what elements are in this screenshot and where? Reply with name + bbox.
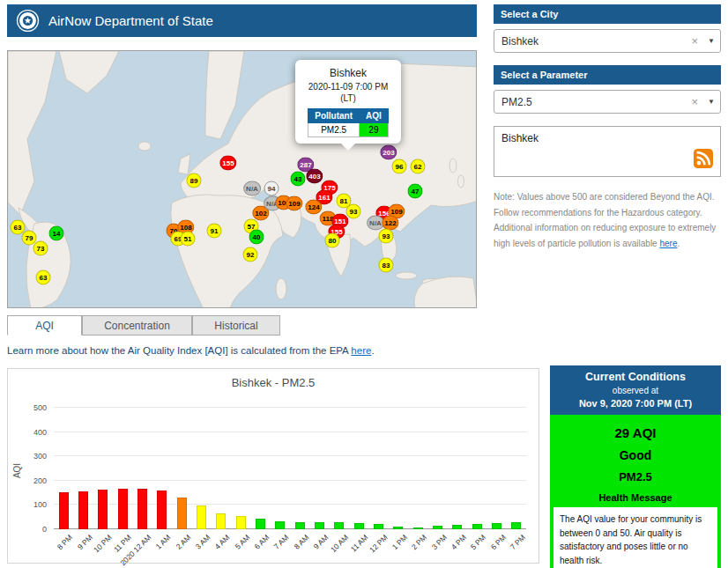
bar-slot: 5 PM xyxy=(467,408,487,529)
x-tick-label: 3 PM xyxy=(429,533,448,551)
chart-bar[interactable] xyxy=(492,523,501,529)
bar-slot: 9 AM xyxy=(309,408,329,529)
note-here-link[interactable]: here xyxy=(659,239,677,248)
chart-bar[interactable] xyxy=(275,521,285,529)
x-tick-label: 9 AM xyxy=(312,533,331,551)
bar-slot: 12 PM xyxy=(368,408,388,529)
chart-bar[interactable] xyxy=(472,524,482,529)
chart-bar[interactable] xyxy=(354,523,364,529)
bar-slot: 5 AM xyxy=(231,408,250,529)
bar-slot: 11 AM xyxy=(349,408,368,529)
aqi-map-marker[interactable]: 93 xyxy=(379,229,394,244)
bar-slot: 4 PM xyxy=(448,408,467,529)
current-aqi-parameter: PM2.5 xyxy=(553,470,717,483)
health-message-text: The AQI value for your community is betw… xyxy=(553,507,717,568)
popup-pollutant-header: Pollutant xyxy=(308,109,360,123)
bar-slot: 3 AM xyxy=(191,408,211,529)
aqi-map-marker[interactable]: 96 xyxy=(392,159,407,174)
chart-bar[interactable] xyxy=(78,491,88,529)
aqi-map-marker[interactable]: 92 xyxy=(243,247,258,262)
aqi-map-marker[interactable]: 93 xyxy=(346,204,361,219)
aqi-map-marker[interactable]: 43 xyxy=(291,172,306,187)
chart-bar[interactable] xyxy=(157,491,167,529)
tab-aqi[interactable]: AQI xyxy=(7,315,82,336)
chart-bar[interactable] xyxy=(374,524,383,529)
aqi-map-marker[interactable]: N/A xyxy=(243,181,261,196)
parameter-caret-icon[interactable]: ▼ xyxy=(704,98,715,106)
tab-historical[interactable]: Historical xyxy=(192,315,280,336)
sidebar: Select a City Bishkek × ▼ Select a Param… xyxy=(494,4,721,251)
map-popup: Bishkek 2020-11-09 7:00 PM (LT) Pollutan… xyxy=(295,60,401,144)
learn-more-end: . xyxy=(371,345,374,356)
chart-bar[interactable] xyxy=(452,525,462,529)
popup-city: Bishkek xyxy=(301,67,396,79)
feed-box: Bishkek xyxy=(494,126,721,177)
bar-slot: 1 AM xyxy=(152,408,172,529)
chart-bar[interactable] xyxy=(59,492,69,529)
aqi-map-marker[interactable]: 63 xyxy=(36,270,51,285)
bar-slot: 7 AM xyxy=(271,408,290,529)
health-message-header: Health Message xyxy=(550,492,721,507)
chart-bar[interactable] xyxy=(413,527,423,529)
chart-bar[interactable] xyxy=(256,519,265,529)
x-tick-label: 3 AM xyxy=(194,533,212,551)
bar-slot: 6 PM xyxy=(487,408,506,529)
parameter-clear-icon[interactable]: × xyxy=(685,95,704,108)
current-aqi-block: 29 AQI Good PM2.5 xyxy=(550,415,721,492)
note-text: Note: Values above 500 are considered Be… xyxy=(494,192,716,248)
page: AirNow Department of State xyxy=(0,0,728,568)
chart-bar[interactable] xyxy=(393,527,403,529)
city-select[interactable]: Bishkek × ▼ xyxy=(494,29,721,53)
tab-concentration[interactable]: Concentration xyxy=(82,315,192,336)
aqi-map-marker[interactable]: 83 xyxy=(379,258,394,273)
bar-slot: 8 PM xyxy=(54,408,73,529)
chart-bar[interactable] xyxy=(315,522,324,529)
x-tick-label: 6 AM xyxy=(253,533,271,551)
chart-bar[interactable] xyxy=(137,489,147,529)
aqi-map-marker[interactable]: 80 xyxy=(325,233,340,248)
bar-slot: 7 PM xyxy=(507,408,526,529)
x-tick-label: 1 AM xyxy=(154,533,173,551)
bar-slot: 1 PM xyxy=(389,408,408,529)
city-caret-icon[interactable]: ▼ xyxy=(704,37,715,45)
chart-bar[interactable] xyxy=(433,526,442,529)
bar-slot: 2020 12 AM xyxy=(132,408,152,529)
aqi-map-marker[interactable]: 51 xyxy=(181,232,196,247)
feed-city-label: Bishkek xyxy=(501,132,539,144)
aqi-chart: Bishkek - PM2.5 AQI 0100200300400500 8 P… xyxy=(7,368,539,564)
chart-bar[interactable] xyxy=(118,489,128,529)
aqi-map-marker[interactable]: 73 xyxy=(33,241,48,256)
chart-bar[interactable] xyxy=(511,522,521,529)
x-tick-label: 4 PM xyxy=(449,533,468,551)
current-conditions-title: Current Conditions xyxy=(553,371,717,383)
chart-bar[interactable] xyxy=(236,516,246,529)
aqi-map-marker[interactable]: 40 xyxy=(249,230,264,245)
aqi-map-marker[interactable]: 14 xyxy=(49,226,64,241)
aqi-map-marker[interactable]: 47 xyxy=(408,184,423,199)
x-tick-label: 4 AM xyxy=(213,533,232,551)
aqi-map-marker[interactable]: 91 xyxy=(207,224,222,239)
chart-bar[interactable] xyxy=(295,522,305,529)
aqi-map-marker[interactable]: 62 xyxy=(411,159,426,174)
y-tick-label: 200 xyxy=(20,476,47,485)
rss-icon[interactable] xyxy=(694,149,713,171)
aqi-map-marker[interactable]: 94 xyxy=(264,181,279,196)
chart-bar[interactable] xyxy=(177,498,187,529)
chart-bar[interactable] xyxy=(98,490,108,529)
x-tick-label: 2 PM xyxy=(410,533,428,551)
x-tick-label: 7 PM xyxy=(509,533,527,551)
x-tick-label: 8 AM xyxy=(292,533,310,551)
parameter-select[interactable]: PM2.5 × ▼ xyxy=(494,90,721,114)
x-tick-label: 12 PM xyxy=(368,533,389,554)
select-parameter-header: Select a Parameter xyxy=(494,65,721,85)
city-clear-icon[interactable]: × xyxy=(685,34,704,48)
y-tick-label: 300 xyxy=(20,452,47,461)
chart-bar[interactable] xyxy=(216,513,226,529)
map[interactable]: Bishkek 2020-11-09 7:00 PM (LT) Pollutan… xyxy=(7,50,477,308)
aqi-map-marker[interactable]: 89 xyxy=(187,173,202,188)
bar-slot: 10 PM xyxy=(93,408,113,529)
epa-here-link[interactable]: here xyxy=(351,345,371,356)
chart-bar[interactable] xyxy=(197,505,206,529)
chart-bar[interactable] xyxy=(334,522,344,529)
current-conditions-panel: Current Conditions observed at Nov 9, 20… xyxy=(550,365,721,568)
